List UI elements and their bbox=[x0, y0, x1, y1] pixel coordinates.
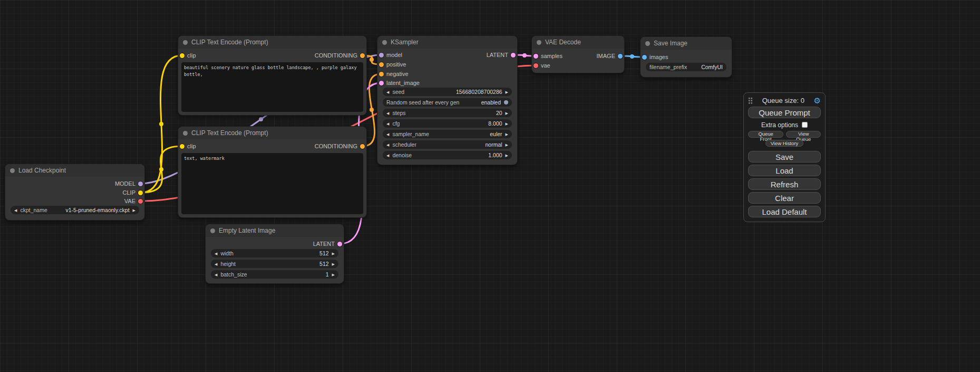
node-title-bar[interactable]: Load Checkpoint bbox=[5, 164, 144, 177]
slot-dot-latent[interactable] bbox=[379, 81, 384, 85]
negative-prompt-textarea[interactable]: text, watermark bbox=[181, 153, 363, 214]
load-button[interactable]: Load bbox=[748, 165, 821, 176]
clear-button[interactable]: Clear bbox=[748, 192, 821, 204]
decrement-arrow[interactable]: ◀ bbox=[215, 273, 217, 276]
slot-dot-latent[interactable] bbox=[511, 53, 516, 58]
extra-options-checkbox[interactable] bbox=[802, 122, 808, 128]
refresh-button[interactable]: Refresh bbox=[748, 178, 821, 190]
decrement-arrow[interactable]: ◀ bbox=[386, 111, 389, 115]
queue-panel[interactable]: Queue size: 0 ⚙ Queue Prompt Extra optio… bbox=[743, 92, 826, 222]
load-default-button[interactable]: Load Default bbox=[748, 206, 821, 217]
node-title-bar[interactable]: KSampler bbox=[377, 36, 517, 49]
input-slot-latent-image[interactable]: latent_image bbox=[379, 79, 420, 87]
decrement-arrow[interactable]: ◀ bbox=[215, 252, 217, 255]
widget-steps[interactable]: ◀ steps 20 ▶ bbox=[383, 109, 512, 117]
node-vae-decode[interactable]: VAE Decode samples vae IMAGE bbox=[532, 36, 624, 73]
slot-dot-image[interactable] bbox=[618, 54, 623, 59]
slot-dot-conditioning[interactable] bbox=[360, 53, 365, 58]
input-slot-clip[interactable]: clip bbox=[180, 142, 196, 150]
output-slot-vae[interactable]: VAE bbox=[124, 197, 143, 205]
slot-dot-clip[interactable] bbox=[180, 53, 185, 58]
slot-dot-model[interactable] bbox=[379, 53, 384, 58]
node-ksampler[interactable]: KSampler model positive negative latent_… bbox=[377, 36, 517, 165]
slot-dot-latent[interactable] bbox=[533, 54, 538, 59]
slot-dot-conditioning[interactable] bbox=[360, 144, 365, 149]
slot-dot-conditioning[interactable] bbox=[379, 72, 384, 77]
slot-dot-model[interactable] bbox=[138, 182, 143, 186]
output-slot-model[interactable]: MODEL bbox=[115, 180, 143, 187]
input-slot-samples[interactable]: samples bbox=[533, 52, 562, 60]
slot-dot-latent[interactable] bbox=[337, 242, 342, 246]
collapse-dot[interactable] bbox=[645, 41, 650, 46]
decrement-arrow[interactable]: ◀ bbox=[386, 122, 389, 126]
node-save-image[interactable]: Save Image images filename_prefix ComfyU… bbox=[641, 37, 732, 77]
decrement-arrow[interactable]: ◀ bbox=[386, 132, 389, 136]
slot-dot-conditioning[interactable] bbox=[379, 62, 384, 67]
node-title-bar[interactable]: Empty Latent Image bbox=[206, 224, 344, 237]
increment-arrow[interactable]: ▶ bbox=[506, 132, 508, 136]
decrement-arrow[interactable]: ◀ bbox=[14, 208, 17, 212]
slot-dot-clip[interactable] bbox=[138, 190, 143, 195]
widget-sampler-name[interactable]: ◀ sampler_name euler ▶ bbox=[383, 130, 512, 138]
decrement-arrow[interactable]: ◀ bbox=[386, 90, 389, 94]
node-title-bar[interactable]: CLIP Text Encode (Prompt) bbox=[178, 127, 366, 139]
increment-arrow[interactable]: ▶ bbox=[332, 273, 335, 276]
positive-prompt-textarea[interactable]: beautiful scenery nature glass bottle la… bbox=[181, 62, 363, 112]
increment-arrow[interactable]: ▶ bbox=[133, 208, 135, 212]
node-load-checkpoint[interactable]: Load Checkpoint MODEL CLIP VAE ◀ ckpt_na… bbox=[5, 164, 144, 220]
increment-arrow[interactable]: ▶ bbox=[332, 262, 335, 266]
increment-arrow[interactable]: ▶ bbox=[506, 154, 508, 157]
increment-arrow[interactable]: ▶ bbox=[506, 122, 508, 126]
decrement-arrow[interactable]: ◀ bbox=[386, 154, 389, 157]
increment-arrow[interactable]: ▶ bbox=[506, 90, 508, 94]
queue-prompt-button[interactable]: Queue Prompt bbox=[748, 107, 821, 118]
widget-width[interactable]: ◀ width 512 ▶ bbox=[211, 249, 338, 257]
collapse-dot[interactable] bbox=[382, 40, 387, 45]
node-title-bar[interactable]: Save Image bbox=[641, 37, 732, 50]
input-slot-negative[interactable]: negative bbox=[379, 70, 409, 78]
output-slot-latent[interactable]: LATENT bbox=[487, 51, 516, 59]
input-slot-clip[interactable]: clip bbox=[180, 52, 196, 59]
input-slot-positive[interactable]: positive bbox=[379, 61, 406, 68]
widget-batch-size[interactable]: ◀ batch_size 1 ▶ bbox=[211, 270, 338, 279]
widget-scheduler[interactable]: ◀ scheduler normal ▶ bbox=[383, 140, 512, 149]
view-history-button[interactable]: View History bbox=[765, 140, 804, 147]
node-title-bar[interactable]: CLIP Text Encode (Prompt) bbox=[178, 36, 366, 49]
output-slot-image[interactable]: IMAGE bbox=[597, 52, 623, 60]
node-empty-latent-image[interactable]: Empty Latent Image LATENT ◀ width 512 ▶ … bbox=[206, 224, 344, 283]
settings-gear-icon[interactable]: ⚙ bbox=[814, 97, 821, 104]
collapse-dot[interactable] bbox=[210, 228, 215, 233]
save-button[interactable]: Save bbox=[748, 151, 821, 163]
increment-arrow[interactable]: ▶ bbox=[332, 252, 335, 255]
queue-front-button[interactable]: Queue Front bbox=[748, 131, 783, 138]
widget-random-seed-toggle[interactable]: Random seed after every gen enabled bbox=[383, 98, 512, 107]
collapse-dot[interactable] bbox=[10, 168, 15, 173]
output-slot-conditioning[interactable]: CONDITIONING bbox=[315, 142, 365, 150]
input-slot-model[interactable]: model bbox=[379, 51, 402, 59]
widget-denoise[interactable]: ◀ denoise 1.000 ▶ bbox=[383, 151, 512, 159]
decrement-arrow[interactable]: ◀ bbox=[215, 262, 217, 266]
input-slot-vae[interactable]: vae bbox=[533, 62, 550, 69]
widget-filename-prefix[interactable]: filename_prefix ComfyUI bbox=[646, 63, 726, 71]
node-clip-text-encode-positive[interactable]: CLIP Text Encode (Prompt) clip CONDITION… bbox=[178, 36, 366, 115]
output-slot-clip[interactable]: CLIP bbox=[123, 189, 143, 196]
widget-cfg[interactable]: ◀ cfg 8.000 ▶ bbox=[383, 119, 512, 128]
increment-arrow[interactable]: ▶ bbox=[506, 143, 508, 147]
drag-handle-icon[interactable] bbox=[748, 97, 753, 104]
widget-height[interactable]: ◀ height 512 ▶ bbox=[211, 260, 338, 268]
output-slot-conditioning[interactable]: CONDITIONING bbox=[315, 52, 365, 59]
collapse-dot[interactable] bbox=[183, 40, 188, 45]
widget-seed[interactable]: ◀ seed 156680208700286 ▶ bbox=[383, 88, 512, 96]
slot-dot-image[interactable] bbox=[642, 55, 647, 60]
slot-dot-vae[interactable] bbox=[138, 199, 143, 204]
view-queue-button[interactable]: View Queue bbox=[786, 131, 821, 138]
node-title-bar[interactable]: VAE Decode bbox=[532, 36, 624, 49]
decrement-arrow[interactable]: ◀ bbox=[386, 143, 389, 147]
widget-ckpt-name[interactable]: ◀ ckpt_name v1-5-pruned-emaonly.ckpt ▶ bbox=[11, 206, 139, 214]
collapse-dot[interactable] bbox=[537, 40, 541, 45]
toggle-dot-icon[interactable] bbox=[504, 100, 508, 104]
slot-dot-vae[interactable] bbox=[533, 63, 538, 68]
input-slot-images[interactable]: images bbox=[642, 53, 668, 61]
node-clip-text-encode-negative[interactable]: CLIP Text Encode (Prompt) clip CONDITION… bbox=[178, 127, 366, 217]
slot-dot-clip[interactable] bbox=[180, 144, 185, 149]
